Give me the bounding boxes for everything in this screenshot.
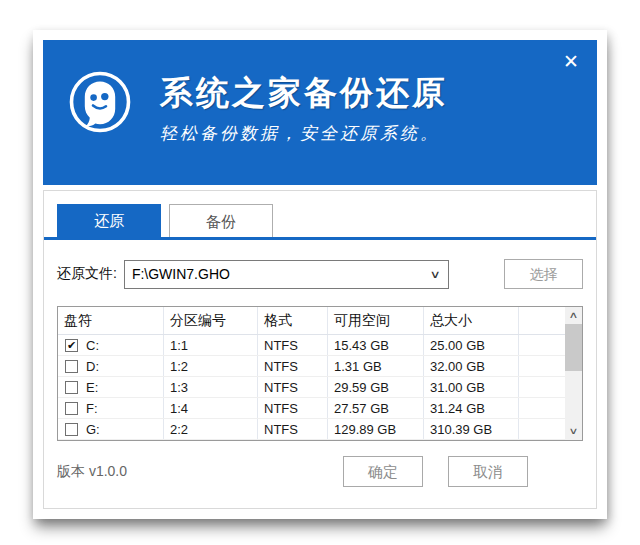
cell-partition: 1:2 (164, 356, 258, 376)
table-header-row: 盘符 分区编号 格式 可用空间 总大小 (58, 307, 565, 335)
col-header-drive[interactable]: 盘符 (58, 307, 164, 334)
col-header-free[interactable]: 可用空间 (328, 307, 424, 334)
cell-free: 29.59 GB (328, 377, 424, 397)
table-row[interactable]: D: 1:2 NTFS 1.31 GB 32.00 GB (58, 356, 565, 377)
restore-file-row: 还原文件: F:\GWIN7.GHO ∨ 选择 (57, 259, 583, 289)
scrollbar-thumb[interactable] (565, 324, 582, 371)
cell-total: 310.39 GB (424, 419, 519, 439)
cell-free: 27.57 GB (328, 398, 424, 418)
cell-drive: E: (86, 380, 98, 395)
select-file-button[interactable]: 选择 (504, 259, 583, 289)
cell-partition: 1:1 (164, 335, 258, 355)
cell-format: NTFS (258, 398, 328, 418)
header-titles: 系统之家备份还原 轻松备份数据，安全还原系统。 (160, 73, 448, 145)
col-header-partition[interactable]: 分区编号 (164, 307, 258, 334)
app-window: ✕ 系统之家备份还原 轻松备份数据，安全还原系统。 还原 备份 还原文件: F (33, 30, 607, 519)
tab-restore[interactable]: 还原 (57, 204, 161, 237)
restore-file-combobox[interactable]: F:\GWIN7.GHO ∨ (124, 260, 449, 289)
cell-total: 31.24 GB (424, 398, 519, 418)
tab-bar: 还原 备份 (44, 191, 596, 240)
cell-free: 15.43 GB (328, 335, 424, 355)
content-panel: 还原 备份 还原文件: F:\GWIN7.GHO ∨ 选择 盘符 分区编号 格式… (43, 190, 597, 509)
scroll-down-icon[interactable]: ∨ (561, 423, 587, 440)
cell-format: NTFS (258, 356, 328, 376)
version-label: 版本 v1.0.0 (57, 463, 127, 481)
ok-button[interactable]: 确定 (343, 456, 423, 487)
col-header-total[interactable]: 总大小 (424, 307, 519, 334)
table-row[interactable]: F: 1:4 NTFS 27.57 GB 31.24 GB (58, 398, 565, 419)
cell-format: NTFS (258, 419, 328, 439)
cell-total: 25.00 GB (424, 335, 519, 355)
checkbox-unchecked[interactable] (65, 402, 78, 415)
cell-drive: D: (86, 359, 99, 374)
cell-drive: F: (86, 401, 98, 416)
ghost-logo-icon (68, 70, 132, 134)
cell-format: NTFS (258, 377, 328, 397)
chevron-down-icon[interactable]: ∨ (429, 268, 440, 281)
table-row[interactable]: E: 1:3 NTFS 29.59 GB 31.00 GB (58, 377, 565, 398)
checkbox-unchecked[interactable] (65, 423, 78, 436)
scroll-up-icon[interactable]: ∧ (561, 307, 587, 324)
table-row[interactable]: ✔C: 1:1 NTFS 15.43 GB 25.00 GB (58, 335, 565, 356)
close-icon[interactable]: ✕ (559, 50, 583, 74)
app-header: ✕ 系统之家备份还原 轻松备份数据，安全还原系统。 (43, 40, 597, 185)
cell-partition: 2:2 (164, 419, 258, 439)
cell-partition: 1:3 (164, 377, 258, 397)
check-icon: ✔ (66, 340, 77, 351)
cell-format: NTFS (258, 335, 328, 355)
tab-backup[interactable]: 备份 (169, 204, 273, 237)
checkbox-unchecked[interactable] (65, 360, 78, 373)
app-slogan: 轻松备份数据，安全还原系统。 (160, 122, 448, 145)
table-row[interactable]: G: 2:2 NTFS 129.89 GB 310.39 GB (58, 419, 565, 440)
cell-total: 31.00 GB (424, 377, 519, 397)
cell-total: 32.00 GB (424, 356, 519, 376)
footer-row: 版本 v1.0.0 确定 取消 (57, 456, 583, 487)
table-scrollbar[interactable]: ∧ ∨ (565, 307, 582, 440)
cell-partition: 1:4 (164, 398, 258, 418)
cancel-button[interactable]: 取消 (448, 456, 528, 487)
col-header-filler (519, 307, 565, 334)
checkbox-unchecked[interactable] (65, 381, 78, 394)
app-title: 系统之家备份还原 (160, 73, 448, 113)
partition-grid: 盘符 分区编号 格式 可用空间 总大小 ✔C: 1:1 NTFS 15.43 G… (58, 307, 565, 440)
partition-table: 盘符 分区编号 格式 可用空间 总大小 ✔C: 1:1 NTFS 15.43 G… (57, 306, 583, 441)
cell-drive: G: (86, 422, 100, 437)
restore-file-value: F:\GWIN7.GHO (132, 266, 230, 282)
cell-free: 1.31 GB (328, 356, 424, 376)
restore-file-label: 还原文件: (57, 265, 117, 283)
col-header-format[interactable]: 格式 (258, 307, 328, 334)
cell-drive: C: (86, 338, 99, 353)
cell-free: 129.89 GB (328, 419, 424, 439)
checkbox-checked[interactable]: ✔ (65, 339, 78, 352)
